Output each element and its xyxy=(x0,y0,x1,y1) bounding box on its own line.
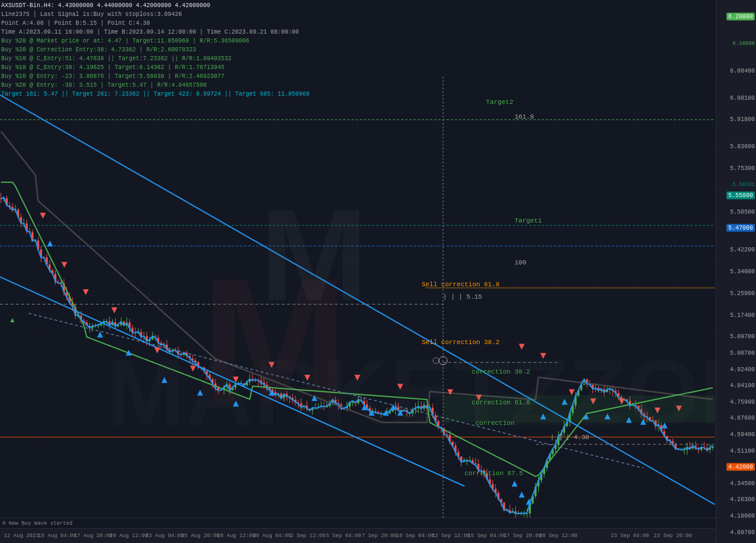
time-15: 20 Sep 12:00 xyxy=(539,533,578,539)
price-5583: 5.58321 xyxy=(732,182,755,188)
price-5174: 5.17400 xyxy=(730,312,755,318)
price-5340: 5.34000 xyxy=(730,269,755,275)
price-4676: 4.67600 xyxy=(730,415,755,421)
price-5918: 5.91800 xyxy=(730,116,755,123)
time-6: 28 Aug 12:00 xyxy=(217,533,256,539)
price-5097: 5.09700 xyxy=(730,333,755,340)
price-4263: 4.26300 xyxy=(730,496,755,503)
time-2: 17 Aug 20:00 xyxy=(74,533,112,539)
time-16: 23 Sep 04:00 xyxy=(611,533,649,539)
bottom-bar: 0 New Buy Wave started xyxy=(0,518,716,528)
price-4511: 4.51100 xyxy=(730,447,755,454)
time-4: 23 Aug 04:00 xyxy=(145,533,184,539)
time-12: 12 Sep 12:00 xyxy=(432,533,470,539)
price-5836: 5.83600 xyxy=(730,143,755,150)
price-4345: 4.34500 xyxy=(730,480,755,486)
price-5007: 5.00700 xyxy=(730,350,755,356)
price-4924: 4.92400 xyxy=(730,366,755,372)
price-4594: 4.59400 xyxy=(730,431,755,438)
price-5422: 5.42200 xyxy=(730,247,755,253)
time-17: 23 Sep 20:00 xyxy=(654,533,692,539)
time-10: 7 Sep 20:00 xyxy=(362,533,397,539)
price-6208: 6.20800 xyxy=(726,12,755,20)
price-6166: 6.16600 xyxy=(732,41,755,47)
time-11: 10 Sep 04:00 xyxy=(396,533,435,539)
chart-canvas xyxy=(0,0,756,543)
time-0: 12 Aug 2023 xyxy=(4,533,39,539)
price-4420: 4.42000 xyxy=(726,463,755,471)
price-5259: 5.25900 xyxy=(730,290,755,296)
time-axis: 12 Aug 2023 15 Aug 04:00 17 Aug 20:00 20… xyxy=(0,528,716,543)
time-1: 15 Aug 04:00 xyxy=(38,533,77,539)
price-4180: 4.18000 xyxy=(730,513,755,519)
price-5753: 5.75300 xyxy=(730,165,755,172)
time-13: 15 Sep 04:00 xyxy=(468,533,506,539)
chart-container: M AXSUSDT-Bin.H4: 4.43000000 4.44000000 … xyxy=(0,0,756,543)
price-axis: 6.20800 6.16600 6.08400 6.00100 5.91800 … xyxy=(716,0,756,543)
price-4841: 4.84100 xyxy=(730,382,755,389)
price-5470: 5.47000 xyxy=(726,224,755,232)
price-6001: 6.00100 xyxy=(730,94,755,101)
price-4097: 4.09700 xyxy=(730,529,755,535)
bottom-bar-text: 0 New Buy Wave started xyxy=(2,521,73,526)
time-9: 5 Sep 04:00 xyxy=(326,533,361,539)
price-5558: 5.55800 xyxy=(726,192,755,199)
time-14: 17 Sep 20:00 xyxy=(503,533,542,539)
price-6084: 6.08400 xyxy=(730,67,755,74)
time-3: 20 Aug 12:00 xyxy=(110,533,148,539)
time-7: 30 Aug 04:00 xyxy=(253,533,291,539)
price-5505: 5.50500 xyxy=(730,208,755,215)
time-5: 25 Aug 20:00 xyxy=(181,533,220,539)
price-4759: 4.75900 xyxy=(730,398,755,405)
time-8: 2 Sep 12:00 xyxy=(290,533,325,539)
